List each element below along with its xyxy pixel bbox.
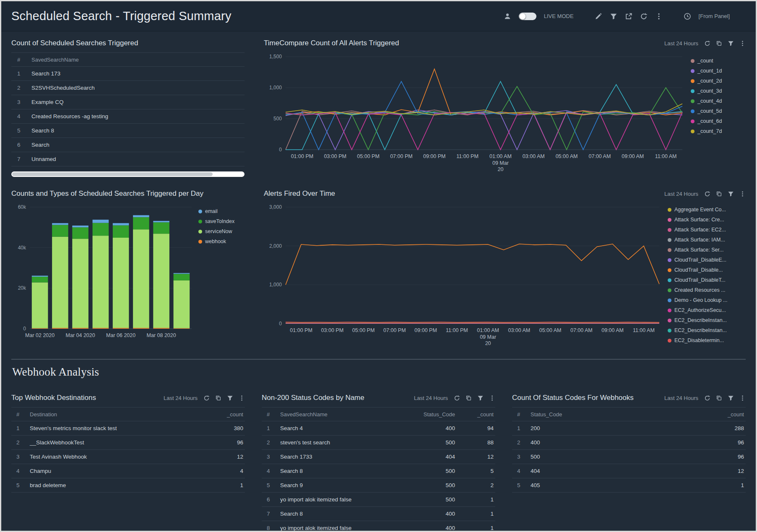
status-code-counts-table: #Status_Code_count1200288240096350096440… <box>512 407 746 493</box>
refresh-icon[interactable] <box>454 395 460 401</box>
per-day-chart-canvas: 020k40k60kMar 02 2020Mar 04 2020Mar 06 2… <box>11 201 195 349</box>
schedule-clock-icon[interactable] <box>684 13 691 20</box>
legend-label: CloudTrail_DisableE... <box>674 257 726 263</box>
copy-icon[interactable] <box>466 395 472 401</box>
legend-item[interactable]: _count_6d <box>691 116 722 126</box>
legend-label: EC2_AuthorizeSecu... <box>674 307 726 313</box>
timerange-label[interactable]: Last 24 Hours <box>414 395 448 401</box>
panel-toolbar: Last 24 Hours <box>164 395 245 401</box>
copy-icon[interactable] <box>716 395 722 401</box>
kebab-icon[interactable] <box>655 13 663 20</box>
table-row: 440412 <box>512 464 746 478</box>
horizontal-scrollbar[interactable] <box>11 171 245 177</box>
bar-segment-webhook <box>174 328 190 329</box>
header-toolbar: LIVE MODE [From Panel] <box>504 13 730 20</box>
copy-icon[interactable] <box>716 40 722 47</box>
filter-icon[interactable] <box>227 395 233 401</box>
legend-item[interactable]: EC2_AuthorizeSecu... <box>668 305 727 315</box>
panel-toolbar: Last 24 Hours <box>664 40 746 47</box>
legend-item[interactable]: _count_3d <box>691 86 722 96</box>
legend-item[interactable]: _count <box>691 56 722 66</box>
legend-item[interactable]: CloudTrail_Disable... <box>668 265 727 275</box>
timerange-label[interactable]: Last 24 Hours <box>164 395 198 401</box>
kebab-icon[interactable] <box>739 395 746 401</box>
legend-item[interactable]: _count_1d <box>691 66 722 76</box>
timerange-label[interactable]: Last 24 Hours <box>664 395 698 401</box>
table-cell: Search 8 <box>28 127 245 134</box>
x-tick-label: 07:00 AM <box>570 327 593 333</box>
legend-item[interactable]: serviceNow <box>198 226 234 236</box>
filter-icon[interactable] <box>728 191 734 197</box>
legend-item[interactable]: CloudTrail_DisableT... <box>668 275 727 285</box>
table-cell: 6 <box>262 496 277 503</box>
legend-item[interactable]: _count_7d <box>691 126 722 136</box>
legend-item[interactable]: _count_2d <box>691 76 722 86</box>
refresh-icon[interactable] <box>203 395 210 401</box>
timerange-label[interactable]: Last 24 Hours <box>664 191 698 197</box>
series-line-_count_6d <box>286 112 682 150</box>
refresh-icon[interactable] <box>640 13 648 20</box>
kebab-icon[interactable] <box>239 395 245 401</box>
y-tick-label: 60k <box>18 204 26 210</box>
table-row: 5Search 95002 <box>262 478 495 493</box>
y-tick-label: 0 <box>23 326 26 332</box>
table-cell: 12 <box>707 468 746 474</box>
filter-icon[interactable] <box>610 13 617 20</box>
bar-segment-email <box>32 276 48 277</box>
table-cell: 5 <box>11 482 26 488</box>
x-tick-label: 09:00 PM <box>423 153 446 159</box>
table-cell: 1 <box>458 511 495 517</box>
legend-item[interactable]: _count_5d <box>691 106 722 116</box>
x-tick-label: 05:00 PM <box>357 153 380 159</box>
legend-item[interactable]: _count_4d <box>691 96 722 106</box>
refresh-icon[interactable] <box>704 395 710 401</box>
legend-item[interactable]: EC2_Disabletermin... <box>668 335 727 345</box>
panel-header: Non-200 Status Codes by Name Last 24 Hou… <box>262 392 495 404</box>
table-row: 2S2SVHScheduledSearch <box>11 81 245 95</box>
legend-item[interactable]: Aggregate Event Co... <box>668 205 727 215</box>
timerange-label[interactable]: Last 24 Hours <box>664 40 698 47</box>
legend-item[interactable]: CloudTrail_DisableE... <box>668 255 727 265</box>
legend-item[interactable]: Created Resources ... <box>668 285 727 295</box>
refresh-icon[interactable] <box>704 191 710 197</box>
kebab-icon[interactable] <box>739 191 746 197</box>
kebab-icon[interactable] <box>489 395 495 401</box>
legend-item[interactable]: Attack Surface: Ser... <box>668 245 727 255</box>
copy-icon[interactable] <box>215 395 221 401</box>
legend-item[interactable]: webhook <box>198 236 234 247</box>
filter-icon[interactable] <box>728 40 734 47</box>
panel-title: TimeCompare Count of All Alerts Triggere… <box>264 39 399 47</box>
table-cell: 7 <box>262 511 277 517</box>
legend-item[interactable]: EC2_DescribeInstan... <box>668 315 727 325</box>
refresh-icon[interactable] <box>704 40 710 47</box>
bar-segment-saveToIndex <box>32 277 48 283</box>
live-mode-toggle[interactable] <box>519 13 536 20</box>
copy-icon[interactable] <box>716 191 722 197</box>
x-tick-label: 07:00 PM <box>383 327 406 333</box>
legend-item[interactable]: Attack Surface: EC2... <box>668 225 727 235</box>
legend-item[interactable]: EC2_DescribeInstan... <box>668 325 727 335</box>
table-cell: Search <box>28 142 245 148</box>
bar-segment-email <box>113 223 129 225</box>
legend-label: Attack Surface: IAM... <box>674 237 725 243</box>
export-icon[interactable] <box>625 13 632 20</box>
legend-item[interactable]: Demo - Geo Lookup ... <box>668 295 727 305</box>
filter-icon[interactable] <box>477 395 484 401</box>
per-day-legend: emailsaveToIndexserviceNowwebhook <box>198 201 234 247</box>
edit-icon[interactable] <box>595 13 602 20</box>
series-line-_count_2d <box>286 69 682 115</box>
filter-icon[interactable] <box>728 395 734 401</box>
scrollbar-thumb[interactable] <box>12 172 213 176</box>
legend-item[interactable]: Attack Surface: Cre... <box>668 215 727 225</box>
legend-item[interactable]: email <box>198 206 234 216</box>
kebab-icon[interactable] <box>739 40 746 47</box>
series-line-_count_5d <box>286 81 682 150</box>
bar-segment-email <box>174 273 190 274</box>
bar-segment-saveToIndex <box>113 226 129 238</box>
page-title: Scheduled Search - Triggered Summary <box>11 9 232 23</box>
legend-item[interactable]: saveToIndex <box>198 216 234 226</box>
user-icon[interactable] <box>504 13 511 20</box>
legend-item[interactable]: Attack Surface: IAM... <box>668 235 727 245</box>
table-cell: Unnamed <box>28 156 245 162</box>
legend-color-dot <box>691 59 695 63</box>
